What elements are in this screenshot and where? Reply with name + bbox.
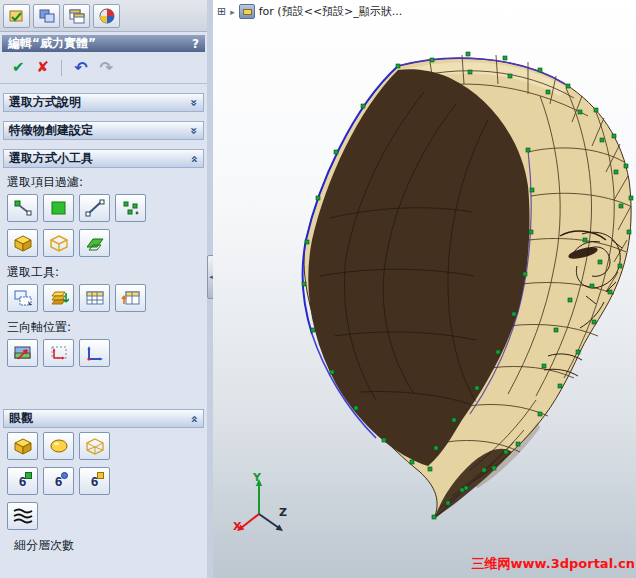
orientation-triad: X Y Z [231,474,295,538]
panel-actions: ✔ ✘ ↶ ↷ [0,52,207,84]
featuremanager-icon [8,8,26,24]
filter-vertex-icon [13,199,33,217]
section-selection-help[interactable]: 選取方式說明 » [3,93,204,112]
zebra-stripes-button[interactable] [7,502,38,530]
triad-image-button[interactable] [7,339,38,367]
chevron-down-icon: » [187,99,201,107]
solid-box-icon [13,234,33,252]
blue-dot-icon [61,472,68,479]
panel-title: 編輯“威力實體” [8,35,96,52]
zebra-row [7,502,205,530]
section-label: 選取方式說明 [9,94,81,111]
tab-appearances[interactable] [93,4,120,28]
z-axis-label: Z [279,506,287,519]
green-square-icon [25,472,32,479]
select-tool-buttons [7,284,205,312]
subdiv-mode-3-button[interactable]: 6 [79,467,110,495]
layer-arrow-icon [49,289,69,307]
tab-configurationmanager[interactable] [63,4,90,28]
filter-buttons [7,194,205,222]
yellow-square-icon [97,472,104,479]
solidworks-window: 編輯“威力實體” ? ✔ ✘ ↶ ↷ 選取方式說明 » 特徵物創建設定 » 選取… [0,0,636,578]
part-icon [239,4,255,19]
separator [61,60,62,76]
spacer [0,374,207,400]
filter-face-icon [49,199,69,217]
viewport-3d[interactable]: ⊞ ▸ for (預設<<預設>_顯示狀... [213,0,636,578]
wireframe-display-button[interactable] [79,432,110,460]
selection-tools-body: 選取項目過濾: [0,168,207,374]
triad-label: 三向軸位置: [7,319,205,336]
window-select-button[interactable] [7,284,38,312]
triad-axis-icon [85,344,105,362]
redo-button[interactable]: ↷ [100,60,113,76]
help-button[interactable]: ? [192,37,199,51]
flyout-arrow-icon: ▸ [230,7,235,17]
display-body: 6 6 6 [0,428,207,554]
section-display[interactable]: 眼觀 » [3,409,204,428]
chevron-up-icon: » [187,415,201,423]
ellipsoid-icon [49,437,69,455]
triad-buttons [7,339,205,367]
manager-tab-strip [0,0,207,32]
shaded-display-button[interactable] [7,432,38,460]
section-label: 選取方式小工具 [9,150,93,167]
watermark-text: 三维网www.3dportal.cn [472,555,635,573]
feature-tree-flyout[interactable]: ⊞ ▸ for (預設<<預設>_顯示狀... [217,4,402,19]
y-axis-label: Y [253,471,261,484]
undo-button[interactable]: ↶ [74,60,87,76]
wire-box-icon [49,234,69,252]
chevron-down-icon: » [187,127,201,135]
display-mode-buttons [7,432,205,460]
filter-edge-button[interactable] [79,194,110,222]
grid-select-button[interactable] [79,284,110,312]
tab-featuremanager[interactable] [3,4,30,28]
wire-body-button[interactable] [43,229,74,257]
body-filter-buttons [7,229,205,257]
wireframe-box-icon [85,437,105,455]
face-body-button[interactable] [79,229,110,257]
panel-titlebar: 編輯“威力實體” ? [2,35,205,52]
zebra-stripes-icon [12,507,34,525]
propertymanager-icon [38,8,56,24]
expand-box-icon[interactable]: ⊞ [217,6,226,17]
smooth-display-button[interactable] [43,432,74,460]
layer-select-button[interactable] [43,284,74,312]
table-import-icon [121,289,141,307]
triad-axis-button[interactable] [79,339,110,367]
filter-edge-icon [85,199,105,217]
filter-points-button[interactable] [115,194,146,222]
section-feature-settings[interactable]: 特徵物創建設定 » [3,121,204,140]
flat-face-icon [85,234,105,252]
solid-body-button[interactable] [7,229,38,257]
property-manager-panel: 編輯“威力實體” ? ✔ ✘ ↶ ↷ 選取方式說明 » 特徵物創建設定 » 選取… [0,0,208,578]
chevron-up-icon: » [187,155,201,163]
shaded-box-icon [13,437,33,455]
window-select-icon [13,289,33,307]
filter-vertex-button[interactable] [7,194,38,222]
filter-face-button[interactable] [43,194,74,222]
section-label: 眼觀 [9,410,33,427]
configurationmanager-icon [68,8,86,24]
subdiv-mode-1-button[interactable]: 6 [7,467,38,495]
triad-image-icon [13,344,33,362]
subdiv-mode-2-button[interactable]: 6 [43,467,74,495]
x-axis-label: X [233,520,241,533]
appearances-icon [98,8,116,24]
tab-propertymanager[interactable] [33,4,60,28]
ok-button[interactable]: ✔ [12,60,25,75]
tools-label: 選取工具: [7,264,205,281]
filter-points-icon [121,199,141,217]
section-selection-tools[interactable]: 選取方式小工具 » [3,149,204,168]
table-import-button[interactable] [115,284,146,312]
subdiv-level-label: 細分層次數 [14,537,205,554]
section-label: 特徵物創建設定 [9,122,93,139]
triad-bounds-button[interactable] [43,339,74,367]
grid-select-icon [85,289,105,307]
subdiv-preview-buttons: 6 6 6 [7,467,205,495]
configuration-text: for (預設<<預設>_顯示狀... [259,4,403,19]
cancel-button[interactable]: ✘ [37,60,50,75]
triad-bounds-icon [49,344,69,362]
filter-label: 選取項目過濾: [7,174,205,191]
